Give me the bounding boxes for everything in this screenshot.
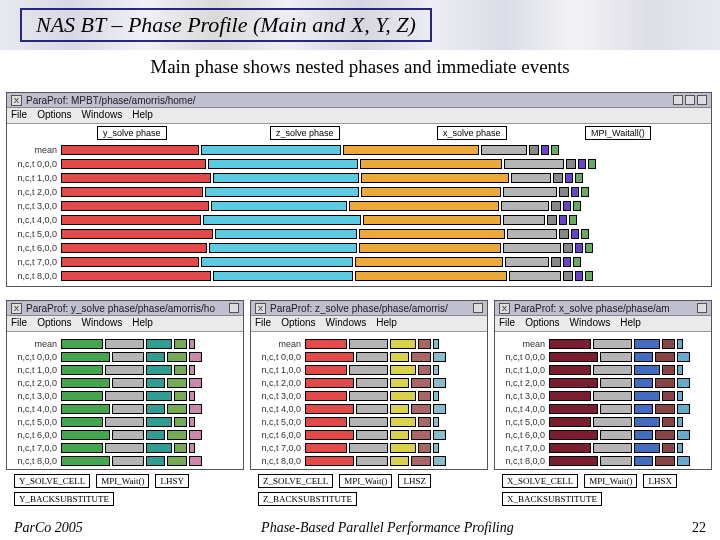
bar-segment	[146, 339, 172, 349]
bar-segment	[634, 443, 660, 453]
bar-track	[61, 443, 241, 453]
row-label: n,c,t 1,0,0	[495, 365, 549, 375]
bar-segment	[566, 159, 576, 169]
bar-track	[61, 456, 241, 466]
bar-segment	[481, 145, 527, 155]
row-label: n,c,t 1,0,0	[7, 173, 61, 183]
close-button[interactable]	[229, 303, 239, 313]
menu-options[interactable]: Options	[281, 317, 315, 330]
bar-segment	[356, 404, 388, 414]
bar-segment	[305, 391, 347, 401]
bar-segment	[61, 271, 211, 281]
bar-segment	[390, 391, 416, 401]
bar-segment	[146, 378, 165, 388]
bar-segment	[146, 417, 172, 427]
bar-segment	[349, 417, 388, 427]
slide-title: NAS BT – Phase Profile (Main and X, Y, Z…	[36, 12, 416, 37]
bar-segment	[563, 201, 571, 211]
bar-segment	[418, 417, 431, 427]
bar-track	[61, 391, 241, 401]
menu-windows[interactable]: Windows	[82, 109, 123, 122]
bar-segment	[105, 365, 144, 375]
bar-segment	[167, 378, 187, 388]
row-label: n,c,t 4,0,0	[7, 404, 61, 414]
close-button[interactable]	[697, 303, 707, 313]
bar-segment	[571, 229, 579, 239]
close-button[interactable]	[473, 303, 483, 313]
row-label: n,c,t 5,0,0	[7, 417, 61, 427]
bar-segment	[677, 365, 683, 375]
paraprof-y-window: X ParaProf: y_solve phase/phase/amorris/…	[6, 300, 244, 470]
menu-windows[interactable]: Windows	[570, 317, 611, 330]
row-label: n,c,t 2,0,0	[7, 187, 61, 197]
bar-segment	[61, 201, 209, 211]
profile-row: n,c,t 4,0,0	[251, 403, 485, 415]
menu-options[interactable]: Options	[37, 109, 71, 122]
bar-segment	[167, 352, 187, 362]
profile-row: n,c,t 4,0,0	[7, 403, 241, 415]
menu-options[interactable]: Options	[37, 317, 71, 330]
profile-row: n,c,t 7,0,0	[7, 256, 709, 268]
bar-segment	[585, 243, 593, 253]
row-label: mean	[7, 339, 61, 349]
menu-help[interactable]: Help	[132, 109, 153, 122]
menu-help[interactable]: Help	[376, 317, 397, 330]
bar-segment	[189, 443, 195, 453]
row-label: n,c,t 0,0,0	[251, 352, 305, 362]
window-titlebar[interactable]: X ParaProf: z_solve phase/phase/amorris/	[251, 301, 487, 316]
bar-segment	[418, 391, 431, 401]
bar-segment	[411, 352, 431, 362]
menu-file[interactable]: File	[499, 317, 515, 330]
bar-segment	[418, 443, 431, 453]
bar-segment	[662, 365, 675, 375]
bar-track	[61, 243, 709, 253]
bar-segment	[433, 339, 439, 349]
bar-track	[61, 173, 709, 183]
bar-track	[305, 417, 485, 427]
profile-row: n,c,t 1,0,0	[251, 364, 485, 376]
profile-row: n,c,t 6,0,0	[7, 429, 241, 441]
menu-windows[interactable]: Windows	[82, 317, 123, 330]
bar-segment	[634, 404, 653, 414]
window-titlebar[interactable]: X ParaProf: y_solve phase/phase/amorris/…	[7, 301, 243, 316]
bar-segment	[174, 365, 187, 375]
window-titlebar[interactable]: X ParaProf: x_solve phase/phase/am	[495, 301, 711, 316]
row-label: n,c,t 4,0,0	[7, 215, 61, 225]
bar-segment	[189, 339, 195, 349]
row-label: n,c,t 3,0,0	[7, 391, 61, 401]
window-title: ParaProf: MPBT/phase/amorris/home/	[26, 95, 196, 106]
menu-file[interactable]: File	[11, 317, 27, 330]
bar-segment	[563, 271, 573, 281]
bar-segment	[634, 456, 653, 466]
bar-segment	[433, 404, 446, 414]
bar-segment	[305, 378, 354, 388]
profile-row: n,c,t 1,0,0	[7, 364, 241, 376]
close-button[interactable]	[697, 95, 707, 105]
bar-segment	[174, 339, 187, 349]
window-titlebar[interactable]: X ParaProf: MPBT/phase/amorris/home/	[7, 93, 711, 108]
bar-segment	[215, 229, 357, 239]
bar-segment	[343, 145, 479, 155]
bar-segment	[677, 378, 690, 388]
row-label: n,c,t 1,0,0	[7, 365, 61, 375]
bar-segment	[112, 456, 144, 466]
menu-file[interactable]: File	[11, 109, 27, 122]
menu-file[interactable]: File	[255, 317, 271, 330]
bar-segment	[677, 391, 683, 401]
menu-help[interactable]: Help	[132, 317, 153, 330]
menu-help[interactable]: Help	[620, 317, 641, 330]
row-label: n,c,t 7,0,0	[7, 443, 61, 453]
bar-segment	[578, 159, 586, 169]
minimize-button[interactable]	[673, 95, 683, 105]
maximize-button[interactable]	[685, 95, 695, 105]
legend-item: Y_SOLVE_CELL	[14, 474, 90, 488]
menu-windows[interactable]: Windows	[326, 317, 367, 330]
bar-segment	[593, 443, 632, 453]
bar-segment	[61, 456, 110, 466]
bar-segment	[677, 352, 690, 362]
z-profile-canvas: meann,c,t 0,0,0n,c,t 1,0,0n,c,t 2,0,0n,c…	[251, 332, 487, 469]
menu-options[interactable]: Options	[525, 317, 559, 330]
bar-segment	[189, 430, 202, 440]
bar-segment	[349, 391, 388, 401]
legend-item: Y_BACKSUBSTITUTE	[14, 492, 114, 506]
